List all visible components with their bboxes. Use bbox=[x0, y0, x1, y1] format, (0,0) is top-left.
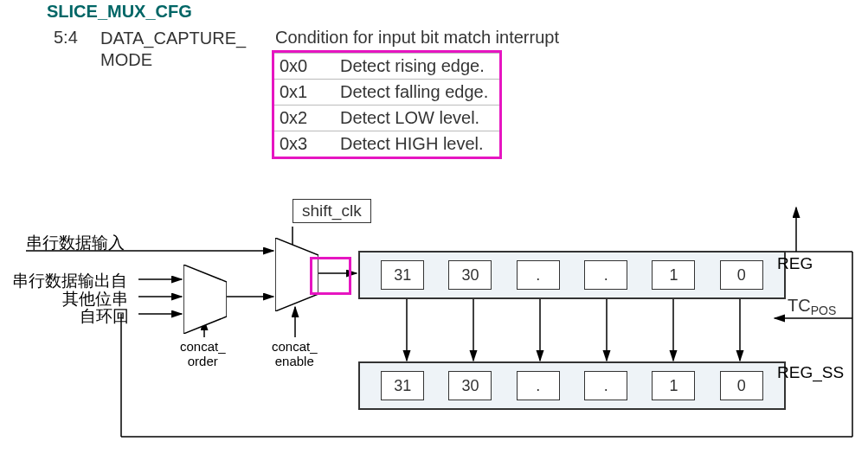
svg-marker-28 bbox=[183, 265, 227, 334]
wires-svg bbox=[0, 190, 868, 454]
option-key: 0x0 bbox=[280, 56, 340, 76]
option-row: 0x1 Detect falling edge. bbox=[274, 80, 499, 106]
field-description: Condition for input bit match interrupt bbox=[275, 28, 559, 48]
reg-label: REG bbox=[777, 254, 813, 273]
reg-input-highlight-box bbox=[310, 257, 351, 295]
tc-pos-label: TCPOS bbox=[788, 296, 836, 316]
reg-cell: . bbox=[517, 260, 560, 290]
reg-ss-block: 31 30 . . 1 0 bbox=[358, 361, 786, 410]
regss-cell: . bbox=[517, 371, 560, 400]
mux1-control-label: concat_ order bbox=[180, 339, 226, 368]
reg-block: 31 30 . . 1 0 bbox=[358, 251, 786, 299]
serial-data-in-label: 串行数据输入 bbox=[26, 232, 125, 254]
tc-sub: POS bbox=[811, 304, 837, 317]
option-val: Detect falling edge. bbox=[340, 82, 488, 102]
reg-ss-label: REG_SS bbox=[777, 363, 844, 382]
reg-cell: 31 bbox=[381, 260, 424, 290]
regss-cell: . bbox=[584, 371, 627, 400]
option-key: 0x1 bbox=[280, 82, 340, 102]
field-name-line2: MODE bbox=[100, 50, 152, 69]
reg-cell: 30 bbox=[448, 260, 492, 290]
regss-cell: 1 bbox=[652, 371, 695, 400]
field-bits: 5:4 bbox=[54, 28, 78, 48]
options-highlight-box: 0x0 Detect rising edge. 0x1 Detect falli… bbox=[272, 50, 502, 159]
register-name-heading: SLICE_MUX_CFG bbox=[47, 2, 192, 22]
option-key: 0x3 bbox=[280, 134, 340, 154]
mux2-control-label: concat_ enable bbox=[272, 339, 318, 368]
mux1-input3-label: 自环回 bbox=[80, 305, 129, 328]
option-row: 0x0 Detect rising edge. bbox=[274, 53, 499, 80]
shift-clk-label: shift_clk bbox=[293, 199, 371, 223]
option-val: Detect LOW level. bbox=[340, 108, 479, 128]
reg-cell: 0 bbox=[720, 260, 763, 290]
option-key: 0x2 bbox=[280, 108, 340, 128]
reg-cell: . bbox=[584, 260, 627, 290]
option-val: Detect rising edge. bbox=[340, 56, 485, 76]
option-row: 0x2 Detect LOW level. bbox=[274, 106, 499, 131]
option-row: 0x3 Detect HIGH level. bbox=[274, 131, 499, 157]
mux-concat-order bbox=[183, 265, 227, 334]
regss-cell: 30 bbox=[448, 371, 492, 400]
regss-cell: 31 bbox=[381, 371, 424, 400]
option-val: Detect HIGH level. bbox=[340, 134, 484, 154]
reg-cell: 1 bbox=[652, 260, 695, 290]
field-name: DATA_CAPTURE_ MODE bbox=[100, 28, 246, 71]
block-diagram: shift_clk 串行数据输入 串行数据输出自 其他位串 自环回 concat… bbox=[0, 190, 868, 454]
field-name-line1: DATA_CAPTURE_ bbox=[100, 29, 246, 48]
tc-main: TC bbox=[788, 296, 811, 315]
regss-cell: 0 bbox=[720, 371, 763, 400]
